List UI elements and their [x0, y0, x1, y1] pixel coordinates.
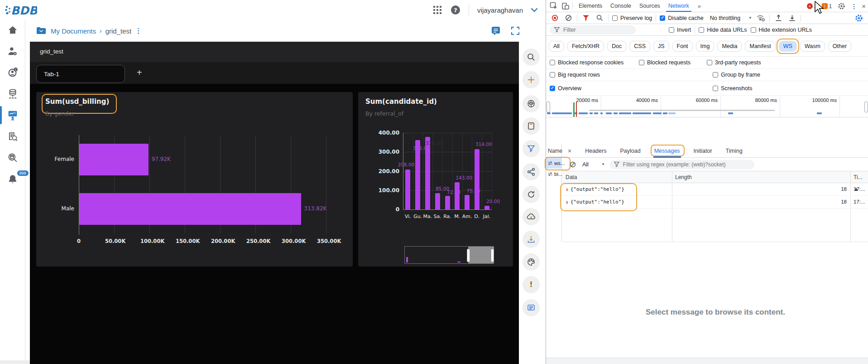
device-toolbar-icon[interactable]	[561, 1, 571, 10]
search-network-icon[interactable]	[595, 14, 604, 23]
message-row[interactable]: ↓{"output":"hello"}1817:...	[562, 183, 868, 196]
breadcrumb-root[interactable]: My Documents	[51, 27, 96, 35]
devtools-settings-icon[interactable]	[836, 2, 846, 11]
sidebar-item-search-data[interactable]	[0, 148, 25, 168]
option-big-request-rows[interactable]: Big request rows	[550, 72, 600, 78]
filter-chip-other[interactable]: Other	[828, 41, 851, 52]
cloud-download-button[interactable]	[523, 208, 540, 225]
detail-tab-initiator[interactable]: Initiator	[690, 144, 716, 158]
bdb-logo[interactable]: BDB	[5, 3, 37, 17]
detail-tab-headers[interactable]: Headers	[581, 144, 610, 158]
option-group-by-frame[interactable]: Group by frame	[713, 72, 760, 78]
request-item-ws[interactable]: ws...	[546, 158, 561, 169]
hide-extension-urls-checkbox[interactable]: Hide extension URLs	[751, 27, 812, 33]
sidebar-item-home[interactable]	[0, 20, 25, 40]
apps-grid-icon[interactable]	[432, 5, 442, 15]
ai-assistant-button[interactable]	[523, 95, 540, 112]
add-tab-button[interactable]: +	[137, 68, 142, 78]
detail-tab-payload[interactable]: Payload	[616, 144, 644, 158]
devtools-tab-console[interactable]: Console	[606, 0, 635, 12]
dashboard-tab-1[interactable]: Tab-1	[36, 65, 125, 83]
filter-button[interactable]	[523, 140, 540, 157]
help-icon[interactable]: ?	[451, 5, 460, 15]
filter-chip-media[interactable]: Media	[717, 41, 742, 52]
throttling-select[interactable]: No throttling	[710, 15, 740, 21]
sidebar-item-dashboards[interactable]	[0, 105, 25, 125]
messages-regex-filter-input[interactable]	[622, 161, 742, 168]
import-har-icon[interactable]	[773, 14, 783, 23]
preserve-log-checkbox[interactable]: Preserve log	[612, 15, 652, 21]
devtools-close-icon[interactable]: ×	[862, 2, 866, 10]
navigator-selected-range[interactable]	[468, 247, 494, 263]
column-sa[interactable]	[435, 193, 440, 209]
record-network-log-icon[interactable]	[550, 14, 560, 23]
option-blocked-requests[interactable]: Blocked requests	[639, 59, 691, 66]
filter-icon[interactable]	[581, 14, 591, 23]
devtools-tab-sources[interactable]: Sources	[635, 0, 664, 12]
throttling-dropdown-icon[interactable]: ▼	[748, 16, 752, 20]
user-menu[interactable]: vijayaraghavan	[477, 6, 523, 14]
overview-right-handle[interactable]	[864, 102, 868, 112]
comments-icon[interactable]	[491, 26, 500, 35]
widget-sum-usd-billing[interactable]: Sum(usd_billing) By gender 050.00K100.00…	[36, 92, 353, 267]
filter-chip-css[interactable]: CSS	[629, 41, 650, 52]
network-filter-input[interactable]	[562, 26, 619, 34]
breadcrumb-kebab-icon[interactable]: ⋮	[135, 29, 142, 32]
option-3rd-party-requests[interactable]: 3rd-party requests	[707, 59, 761, 66]
filter-chip-ws[interactable]: WS	[779, 41, 797, 52]
message-type-select[interactable]: All ▼	[582, 161, 605, 168]
notes-button[interactable]	[523, 117, 540, 135]
sidebar-item-user-management[interactable]	[0, 41, 25, 61]
message-row[interactable]: ↓{"output":"hello"}1817:...	[562, 196, 868, 209]
filter-chip-fetch-xhr[interactable]: Fetch/XHR	[567, 41, 604, 52]
hide-data-urls-checkbox[interactable]: Hide data URLs	[699, 27, 747, 33]
network-overview-timeline[interactable]: 20000 ms40000 ms60000 ms80000 ms100000 m…	[546, 96, 868, 117]
more-tabs-button[interactable]: »	[695, 3, 704, 10]
sidebar-item-data-catalog[interactable]	[0, 126, 25, 146]
sidebar-item-notifications[interactable]: 999	[0, 169, 25, 189]
theme-button[interactable]	[523, 253, 540, 271]
filter-chip-manifest[interactable]: Manifest	[745, 41, 775, 52]
disable-cache-checkbox[interactable]: Disable cache	[660, 15, 704, 21]
bar-male[interactable]	[79, 193, 301, 225]
column-ma[interactable]	[425, 137, 430, 209]
column-vi[interactable]	[405, 170, 410, 209]
detail-tab-messages[interactable]: Messages	[651, 144, 684, 158]
filter-chip-img[interactable]: Img	[696, 41, 715, 52]
refresh-button[interactable]	[523, 186, 540, 203]
close-detail-icon[interactable]: ×	[564, 144, 575, 158]
column-header-ti[interactable]: Ti... ▲	[850, 171, 868, 183]
inspect-element-icon[interactable]	[549, 1, 559, 10]
share-button[interactable]	[523, 163, 540, 180]
column-header-data[interactable]: Data	[562, 171, 672, 183]
sidebar-item-account-info[interactable]: i	[0, 63, 25, 83]
comments-button[interactable]	[523, 299, 540, 316]
overview-left-handle[interactable]	[547, 102, 550, 112]
bottom-scroll-strip[interactable]	[0, 360, 30, 364]
range-navigator[interactable]	[404, 246, 494, 264]
folder-icon[interactable]	[36, 27, 46, 35]
filter-chip-all[interactable]: All	[549, 41, 564, 52]
name-column-header[interactable]: Name	[546, 144, 562, 158]
clear-messages-icon[interactable]	[568, 160, 578, 169]
sidebar-item-data-store[interactable]	[0, 84, 25, 104]
alerts-button[interactable]: !	[523, 276, 540, 293]
column-header-length[interactable]: Length	[672, 171, 850, 183]
widget-sum-candidate-id[interactable]: Sum(candidate_id) By referral_of 400.003…	[358, 92, 513, 267]
network-conditions-icon[interactable]	[756, 14, 766, 23]
filter-chip-font[interactable]: Font	[672, 41, 693, 52]
detail-tab-timing[interactable]: Timing	[722, 144, 746, 158]
invert-checkbox[interactable]: Invert	[669, 27, 691, 33]
search-button[interactable]	[523, 49, 540, 66]
column-d[interactable]	[475, 149, 480, 209]
network-settings-icon[interactable]	[854, 14, 864, 23]
column-jal[interactable]	[484, 206, 489, 209]
navigator-right-handle[interactable]	[491, 249, 494, 262]
add-widget-button[interactable]	[523, 71, 540, 88]
column-m[interactable]	[455, 182, 460, 209]
filter-chip-js[interactable]: JS	[653, 41, 669, 52]
export-har-icon[interactable]	[787, 14, 797, 23]
column-am[interactable]	[465, 195, 470, 209]
filter-chip-wasm[interactable]: Wasm	[800, 41, 825, 52]
option-overview[interactable]: Overview	[550, 85, 581, 92]
